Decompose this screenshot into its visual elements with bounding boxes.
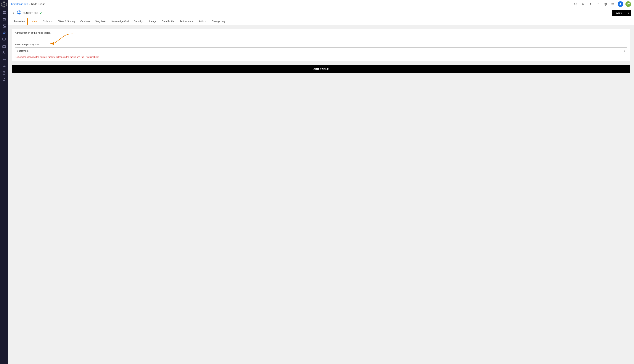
tab-performance[interactable]: Performance (177, 18, 196, 25)
primary-table-label: Select the primary table (15, 43, 627, 46)
svg-rect-36 (612, 3, 613, 4)
svg-point-24 (574, 3, 576, 5)
tab-variables[interactable]: Variables (78, 18, 92, 25)
tab-columns[interactable]: Columns (40, 18, 55, 25)
search-icon[interactable] (573, 2, 578, 7)
topbar: Knowledge Grid / Node Design (8, 0, 634, 8)
svg-point-18 (3, 65, 4, 66)
tab-change-log[interactable]: Change Log (209, 18, 228, 25)
node-status-check: ✓ (40, 11, 42, 15)
sidebar-icon-monitor[interactable] (1, 36, 7, 42)
save-button[interactable]: SAVE (612, 10, 626, 16)
breadcrumb: Knowledge Grid / Node Design (11, 2, 45, 6)
svg-point-27 (590, 4, 591, 5)
sidebar-icon-person-tools[interactable] (1, 50, 7, 56)
svg-rect-3 (2, 13, 4, 14)
svg-line-25 (576, 5, 577, 6)
grid-icon[interactable] (610, 2, 616, 7)
svg-rect-7 (4, 24, 6, 25)
svg-rect-20 (3, 72, 5, 74)
sidebar (0, 0, 8, 364)
app-logo[interactable] (1, 2, 7, 8)
section-description: Administration of the Kube tables. (15, 32, 627, 34)
main-area: Knowledge Grid / Node Design (8, 0, 634, 364)
svg-point-19 (4, 65, 5, 66)
sidebar-icon-refresh[interactable] (1, 76, 7, 82)
svg-point-34 (605, 4, 606, 5)
tab-singularai[interactable]: SingularAI (92, 18, 109, 25)
user-initials-avatar[interactable]: SV (626, 1, 631, 7)
node-title: customers (23, 11, 38, 15)
tab-actions[interactable]: Actions (196, 18, 209, 25)
svg-rect-42 (612, 5, 613, 6)
node-type-icon (17, 10, 21, 16)
tab-tables[interactable]: Tables (27, 18, 40, 25)
help-icon[interactable] (603, 2, 608, 7)
breadcrumb-current: Node Design (31, 2, 45, 6)
svg-rect-6 (2, 24, 4, 26)
add-table-button[interactable]: ADD TABLE (12, 65, 630, 73)
content-panel: ‹ customers ✓ SAVE ▾ Properties Tables (8, 8, 634, 364)
svg-rect-11 (2, 38, 6, 40)
primary-table-select-wrapper: customers orders products users ▾ (15, 48, 627, 54)
svg-rect-8 (4, 26, 6, 28)
svg-point-44 (620, 3, 621, 4)
user-avatar-icon[interactable] (618, 1, 623, 7)
node-header: ‹ customers ✓ SAVE ▾ (8, 8, 634, 18)
svg-rect-9 (2, 27, 4, 28)
svg-point-5 (3, 18, 6, 19)
node-header-left: ‹ customers ✓ (11, 10, 42, 16)
svg-rect-2 (4, 11, 6, 12)
svg-point-46 (18, 11, 20, 12)
save-dropdown-button[interactable]: ▾ (626, 10, 631, 16)
svg-rect-43 (613, 5, 614, 6)
svg-rect-4 (4, 13, 6, 14)
topbar-actions: SV (573, 1, 631, 7)
breadcrumb-link[interactable]: Knowledge Grid (11, 2, 28, 6)
svg-point-32 (597, 3, 599, 5)
annotation-overlay: Select the primary table customers order… (15, 43, 627, 58)
tab-security[interactable]: Security (131, 18, 145, 25)
svg-rect-40 (613, 4, 614, 4)
svg-rect-1 (2, 11, 4, 12)
tabs-bar: Properties Tables Columns Filters & Sort… (8, 18, 634, 25)
primary-table-select[interactable]: customers orders products users (15, 48, 627, 54)
svg-point-15 (3, 52, 4, 52)
sidebar-icon-navigation[interactable] (1, 30, 7, 36)
svg-rect-14 (2, 46, 6, 48)
page-content: Administration of the Kube tables. Se (8, 25, 634, 364)
warning-text: Remember changing the primary table will… (15, 56, 627, 58)
tab-data-profile[interactable]: Data Profile (159, 18, 177, 25)
sidebar-icon-database[interactable] (1, 16, 7, 22)
notifications-icon[interactable] (580, 2, 586, 7)
tab-lineage[interactable]: Lineage (145, 18, 159, 25)
external-link-icon[interactable] (595, 2, 600, 7)
save-button-group: SAVE ▾ (612, 10, 631, 16)
sidebar-icon-dashboard[interactable] (1, 23, 7, 29)
tab-filters-sorting[interactable]: Filters & Sorting (55, 18, 77, 25)
svg-rect-39 (612, 4, 613, 4)
svg-rect-38 (612, 4, 612, 4)
sidebar-icon-apps[interactable] (1, 10, 7, 16)
sidebar-icon-group[interactable] (1, 63, 7, 69)
svg-rect-41 (612, 5, 612, 6)
svg-point-17 (4, 59, 5, 60)
back-button[interactable]: ‹ (11, 11, 16, 15)
svg-rect-37 (613, 3, 614, 4)
theme-icon[interactable] (588, 2, 593, 7)
sidebar-icon-document[interactable] (1, 70, 7, 76)
sidebar-icon-briefcase[interactable] (1, 43, 7, 49)
svg-marker-10 (3, 32, 6, 34)
svg-rect-35 (612, 3, 612, 4)
breadcrumb-sep: / (30, 2, 30, 6)
tab-knowledge-grid[interactable]: Knowledge Grid (109, 18, 132, 25)
sidebar-icon-settings[interactable] (1, 56, 7, 62)
tab-properties[interactable]: Properties (11, 18, 27, 25)
